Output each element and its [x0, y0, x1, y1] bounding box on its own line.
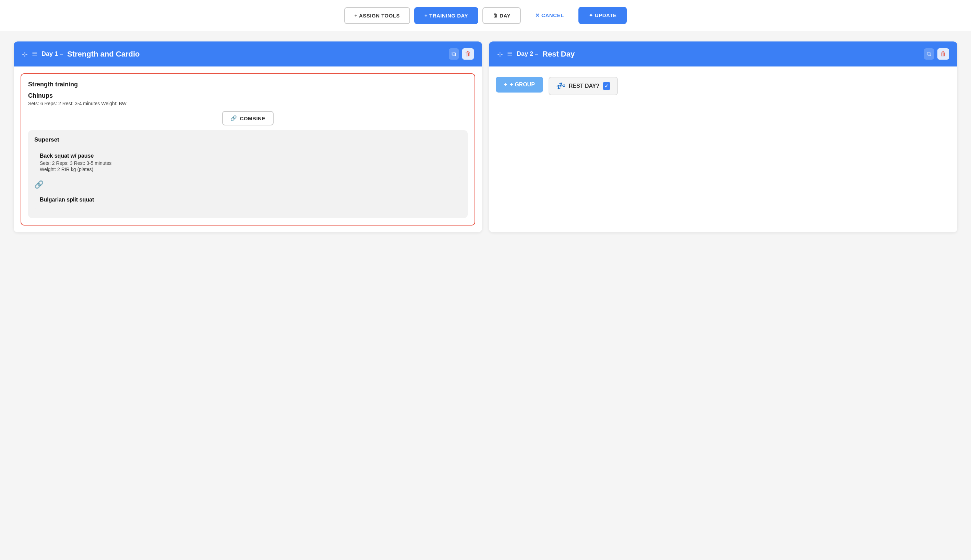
combine-wrapper: 🔗 COMBINE [28, 111, 468, 125]
back-squat-sets-val: 2 [52, 160, 55, 166]
superset-title: Superset [34, 137, 462, 143]
chinups-weight-value: BW [118, 101, 127, 106]
day1-card: ⊹ ☰ Day 1 – Strength and Cardio ⧉ 🗑 Stre… [14, 42, 482, 232]
chinups-weight-label: Weight: [101, 101, 118, 106]
rest-day-checkbox[interactable]: ✓ [603, 82, 610, 90]
back-squat-weight-val: 2 RIR kg (plates) [57, 167, 93, 172]
day1-title: Strength and Cardio [67, 50, 445, 58]
day2-header: ⊹ ☰ Day 2 – Rest Day ⧉ 🗑 [489, 42, 957, 67]
link-icon: 🔗 [34, 180, 462, 189]
group-title: Strength training [28, 81, 468, 88]
exercise-chinups-meta: Sets: 6 Reps: 2 Rest: 3-4 minutes Weight… [28, 101, 468, 106]
back-squat-sets-label: Sets: [40, 160, 52, 166]
chinups-sets-value: 6 [40, 101, 43, 106]
exercise-chinups: Chinups Sets: 6 Reps: 2 Rest: 3-4 minute… [28, 92, 468, 106]
back-squat-name: Back squat w/ pause [40, 153, 456, 159]
exercise-back-squat: Back squat w/ pause Sets: 2 Reps: 3 Rest… [34, 148, 462, 178]
day2-label: Day 2 – [517, 50, 538, 58]
training-day-button[interactable]: + TRAINING DAY [414, 7, 478, 24]
day2-copy-button[interactable]: ⧉ [924, 48, 934, 60]
checkmark-icon: ✓ [604, 83, 609, 89]
day2-body: + + GROUP 💤 REST DAY? ✓ [489, 67, 957, 105]
day2-title: Rest Day [542, 50, 920, 58]
combine-label: COMBINE [240, 115, 265, 121]
day2-move-icon: ⊹ [497, 50, 503, 58]
strength-group: Strength training Chinups Sets: 6 Reps: … [20, 73, 475, 225]
back-squat-reps-val: 3 [70, 160, 73, 166]
add-group-label: + GROUP [510, 82, 534, 88]
back-squat-rest-label: Rest: [74, 160, 87, 166]
zzz-icon: 💤 [556, 82, 566, 90]
chinups-sets-label: Sets: [28, 101, 40, 106]
exercise-bulgarian: Bulgarian split squat [34, 192, 462, 209]
day1-label: Day 1 – [42, 50, 63, 58]
day1-body: Strength training Chinups Sets: 6 Reps: … [14, 67, 482, 232]
day-button[interactable]: 🗓 DAY [482, 7, 521, 24]
back-squat-sets-reps: Sets: 2 Reps: 3 Rest: 3-5 minutes [40, 160, 456, 166]
add-group-button[interactable]: + + GROUP [496, 77, 543, 93]
superset-box: Superset Back squat w/ pause Sets: 2 Rep… [28, 130, 468, 218]
day2-actions: ⧉ 🗑 [924, 48, 949, 60]
cancel-button[interactable]: ✕ CANCEL [525, 7, 574, 24]
chain-icon: 🔗 [230, 115, 237, 121]
update-button[interactable]: ✦ UPDATE [579, 7, 627, 24]
back-squat-weight: Weight: 2 RIR kg (plates) [40, 167, 456, 172]
chinups-reps-label: Reps: [44, 101, 58, 106]
day2-menu-icon: ☰ [507, 50, 512, 58]
day1-header: ⊹ ☰ Day 1 – Strength and Cardio ⧉ 🗑 [14, 42, 482, 67]
rest-day-label: REST DAY? [569, 83, 599, 89]
day1-delete-button[interactable]: 🗑 [462, 48, 474, 60]
back-squat-rest-val: 3-5 minutes [87, 160, 112, 166]
main-content: ⊹ ☰ Day 1 – Strength and Cardio ⧉ 🗑 Stre… [0, 31, 971, 243]
day2-delete-button[interactable]: 🗑 [938, 48, 949, 60]
back-squat-weight-label: Weight: [40, 167, 57, 172]
day2-card: ⊹ ☰ Day 2 – Rest Day ⧉ 🗑 + + GROUP 💤 RES… [489, 42, 957, 232]
day1-actions: ⧉ 🗑 [449, 48, 474, 60]
rest-day-toggle[interactable]: 💤 REST DAY? ✓ [549, 77, 618, 95]
chinups-rest-value: 3-4 minutes [75, 101, 100, 106]
exercise-chinups-name: Chinups [28, 92, 468, 99]
assign-tools-button[interactable]: + ASSIGN TOOLS [344, 7, 410, 24]
day1-menu-icon: ☰ [32, 50, 37, 58]
chinups-reps-value: 2 [58, 101, 61, 106]
back-squat-reps-label: Reps: [56, 160, 70, 166]
toolbar: + ASSIGN TOOLS + TRAINING DAY 🗓 DAY ✕ CA… [0, 0, 971, 31]
add-group-plus-icon: + [504, 82, 507, 88]
day1-move-icon: ⊹ [22, 50, 28, 58]
bulgarian-name: Bulgarian split squat [40, 197, 456, 203]
chinups-rest-label: Rest: [62, 101, 75, 106]
combine-button[interactable]: 🔗 COMBINE [222, 111, 274, 125]
day1-copy-button[interactable]: ⧉ [449, 48, 459, 60]
